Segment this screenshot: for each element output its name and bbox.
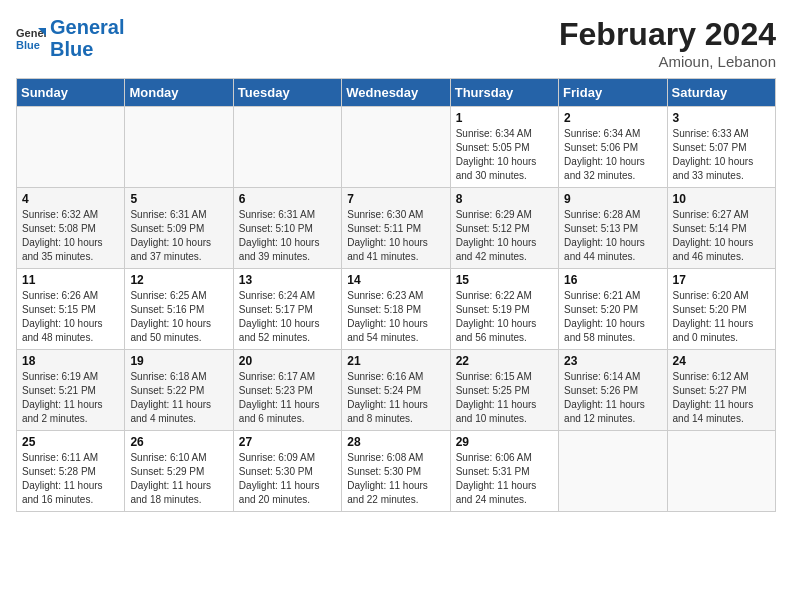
calendar-cell: 9Sunrise: 6:28 AM Sunset: 5:13 PM Daylig…: [559, 188, 667, 269]
day-info: Sunrise: 6:06 AM Sunset: 5:31 PM Dayligh…: [456, 451, 553, 507]
day-info: Sunrise: 6:23 AM Sunset: 5:18 PM Dayligh…: [347, 289, 444, 345]
calendar-cell: 2Sunrise: 6:34 AM Sunset: 5:06 PM Daylig…: [559, 107, 667, 188]
week-row-2: 11Sunrise: 6:26 AM Sunset: 5:15 PM Dayli…: [17, 269, 776, 350]
day-number: 9: [564, 192, 661, 206]
day-info: Sunrise: 6:31 AM Sunset: 5:10 PM Dayligh…: [239, 208, 336, 264]
day-number: 1: [456, 111, 553, 125]
calendar-cell: 15Sunrise: 6:22 AM Sunset: 5:19 PM Dayli…: [450, 269, 558, 350]
day-info: Sunrise: 6:09 AM Sunset: 5:30 PM Dayligh…: [239, 451, 336, 507]
calendar-cell: 3Sunrise: 6:33 AM Sunset: 5:07 PM Daylig…: [667, 107, 775, 188]
day-number: 19: [130, 354, 227, 368]
day-number: 25: [22, 435, 119, 449]
calendar-cell: 1Sunrise: 6:34 AM Sunset: 5:05 PM Daylig…: [450, 107, 558, 188]
day-info: Sunrise: 6:18 AM Sunset: 5:22 PM Dayligh…: [130, 370, 227, 426]
calendar-cell: [233, 107, 341, 188]
logo-text: GeneralBlue: [50, 16, 124, 60]
calendar-cell: 10Sunrise: 6:27 AM Sunset: 5:14 PM Dayli…: [667, 188, 775, 269]
day-number: 18: [22, 354, 119, 368]
calendar-cell: 20Sunrise: 6:17 AM Sunset: 5:23 PM Dayli…: [233, 350, 341, 431]
calendar-cell: 29Sunrise: 6:06 AM Sunset: 5:31 PM Dayli…: [450, 431, 558, 512]
calendar-cell: 27Sunrise: 6:09 AM Sunset: 5:30 PM Dayli…: [233, 431, 341, 512]
day-info: Sunrise: 6:12 AM Sunset: 5:27 PM Dayligh…: [673, 370, 770, 426]
calendar-cell: 28Sunrise: 6:08 AM Sunset: 5:30 PM Dayli…: [342, 431, 450, 512]
calendar-cell: 4Sunrise: 6:32 AM Sunset: 5:08 PM Daylig…: [17, 188, 125, 269]
calendar-cell: 7Sunrise: 6:30 AM Sunset: 5:11 PM Daylig…: [342, 188, 450, 269]
day-info: Sunrise: 6:31 AM Sunset: 5:09 PM Dayligh…: [130, 208, 227, 264]
day-info: Sunrise: 6:34 AM Sunset: 5:06 PM Dayligh…: [564, 127, 661, 183]
day-number: 3: [673, 111, 770, 125]
calendar-cell: 18Sunrise: 6:19 AM Sunset: 5:21 PM Dayli…: [17, 350, 125, 431]
header: General Blue GeneralBlue February 2024 A…: [16, 16, 776, 70]
day-info: Sunrise: 6:14 AM Sunset: 5:26 PM Dayligh…: [564, 370, 661, 426]
calendar-cell: 17Sunrise: 6:20 AM Sunset: 5:20 PM Dayli…: [667, 269, 775, 350]
day-number: 17: [673, 273, 770, 287]
title-area: February 2024 Amioun, Lebanon: [559, 16, 776, 70]
calendar-cell: 13Sunrise: 6:24 AM Sunset: 5:17 PM Dayli…: [233, 269, 341, 350]
col-header-thursday: Thursday: [450, 79, 558, 107]
day-number: 14: [347, 273, 444, 287]
calendar-cell: 14Sunrise: 6:23 AM Sunset: 5:18 PM Dayli…: [342, 269, 450, 350]
calendar-cell: 16Sunrise: 6:21 AM Sunset: 5:20 PM Dayli…: [559, 269, 667, 350]
logo-icon: General Blue: [16, 23, 46, 53]
day-number: 12: [130, 273, 227, 287]
calendar-cell: 25Sunrise: 6:11 AM Sunset: 5:28 PM Dayli…: [17, 431, 125, 512]
day-number: 21: [347, 354, 444, 368]
day-info: Sunrise: 6:15 AM Sunset: 5:25 PM Dayligh…: [456, 370, 553, 426]
day-info: Sunrise: 6:19 AM Sunset: 5:21 PM Dayligh…: [22, 370, 119, 426]
day-info: Sunrise: 6:32 AM Sunset: 5:08 PM Dayligh…: [22, 208, 119, 264]
page-title: February 2024: [559, 16, 776, 53]
col-header-tuesday: Tuesday: [233, 79, 341, 107]
calendar-cell: 23Sunrise: 6:14 AM Sunset: 5:26 PM Dayli…: [559, 350, 667, 431]
day-number: 7: [347, 192, 444, 206]
calendar-cell: 5Sunrise: 6:31 AM Sunset: 5:09 PM Daylig…: [125, 188, 233, 269]
calendar-cell: 8Sunrise: 6:29 AM Sunset: 5:12 PM Daylig…: [450, 188, 558, 269]
calendar-cell: [125, 107, 233, 188]
day-info: Sunrise: 6:16 AM Sunset: 5:24 PM Dayligh…: [347, 370, 444, 426]
calendar-cell: [342, 107, 450, 188]
day-number: 2: [564, 111, 661, 125]
day-info: Sunrise: 6:33 AM Sunset: 5:07 PM Dayligh…: [673, 127, 770, 183]
day-number: 27: [239, 435, 336, 449]
day-info: Sunrise: 6:24 AM Sunset: 5:17 PM Dayligh…: [239, 289, 336, 345]
day-number: 16: [564, 273, 661, 287]
day-info: Sunrise: 6:25 AM Sunset: 5:16 PM Dayligh…: [130, 289, 227, 345]
day-number: 11: [22, 273, 119, 287]
day-number: 29: [456, 435, 553, 449]
calendar-cell: [667, 431, 775, 512]
svg-text:Blue: Blue: [16, 39, 40, 51]
day-info: Sunrise: 6:11 AM Sunset: 5:28 PM Dayligh…: [22, 451, 119, 507]
calendar-cell: 11Sunrise: 6:26 AM Sunset: 5:15 PM Dayli…: [17, 269, 125, 350]
calendar-cell: 24Sunrise: 6:12 AM Sunset: 5:27 PM Dayli…: [667, 350, 775, 431]
day-info: Sunrise: 6:20 AM Sunset: 5:20 PM Dayligh…: [673, 289, 770, 345]
header-row: SundayMondayTuesdayWednesdayThursdayFrid…: [17, 79, 776, 107]
day-number: 24: [673, 354, 770, 368]
day-number: 5: [130, 192, 227, 206]
day-number: 23: [564, 354, 661, 368]
col-header-sunday: Sunday: [17, 79, 125, 107]
day-info: Sunrise: 6:17 AM Sunset: 5:23 PM Dayligh…: [239, 370, 336, 426]
day-number: 20: [239, 354, 336, 368]
calendar-cell: 12Sunrise: 6:25 AM Sunset: 5:16 PM Dayli…: [125, 269, 233, 350]
day-info: Sunrise: 6:22 AM Sunset: 5:19 PM Dayligh…: [456, 289, 553, 345]
day-number: 13: [239, 273, 336, 287]
calendar-cell: 26Sunrise: 6:10 AM Sunset: 5:29 PM Dayli…: [125, 431, 233, 512]
day-number: 15: [456, 273, 553, 287]
calendar-cell: [17, 107, 125, 188]
day-info: Sunrise: 6:27 AM Sunset: 5:14 PM Dayligh…: [673, 208, 770, 264]
day-info: Sunrise: 6:08 AM Sunset: 5:30 PM Dayligh…: [347, 451, 444, 507]
day-info: Sunrise: 6:28 AM Sunset: 5:13 PM Dayligh…: [564, 208, 661, 264]
day-number: 10: [673, 192, 770, 206]
day-number: 26: [130, 435, 227, 449]
week-row-0: 1Sunrise: 6:34 AM Sunset: 5:05 PM Daylig…: [17, 107, 776, 188]
day-info: Sunrise: 6:30 AM Sunset: 5:11 PM Dayligh…: [347, 208, 444, 264]
calendar-cell: 6Sunrise: 6:31 AM Sunset: 5:10 PM Daylig…: [233, 188, 341, 269]
calendar-cell: 22Sunrise: 6:15 AM Sunset: 5:25 PM Dayli…: [450, 350, 558, 431]
day-info: Sunrise: 6:34 AM Sunset: 5:05 PM Dayligh…: [456, 127, 553, 183]
day-info: Sunrise: 6:26 AM Sunset: 5:15 PM Dayligh…: [22, 289, 119, 345]
day-number: 4: [22, 192, 119, 206]
col-header-friday: Friday: [559, 79, 667, 107]
logo: General Blue GeneralBlue: [16, 16, 124, 60]
day-info: Sunrise: 6:21 AM Sunset: 5:20 PM Dayligh…: [564, 289, 661, 345]
day-number: 28: [347, 435, 444, 449]
calendar-cell: 21Sunrise: 6:16 AM Sunset: 5:24 PM Dayli…: [342, 350, 450, 431]
